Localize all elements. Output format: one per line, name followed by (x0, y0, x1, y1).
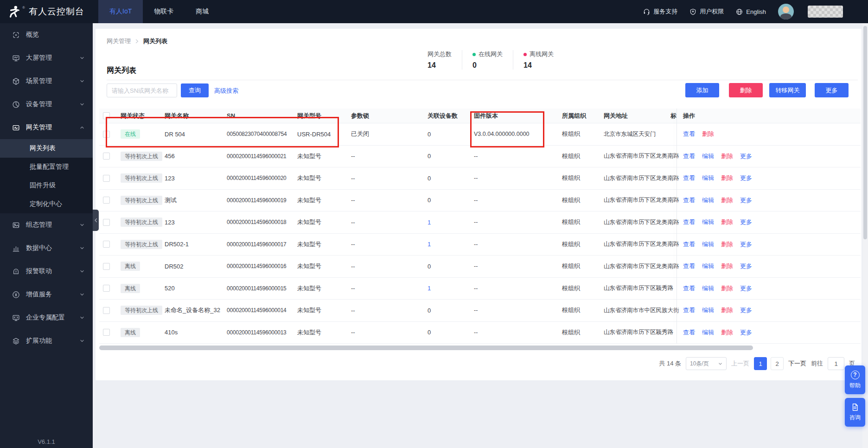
device-count-value[interactable]: 1 (424, 211, 470, 233)
select-all-checkbox[interactable] (103, 112, 110, 119)
sidebar-item-device-mgmt[interactable]: 设备管理 (0, 93, 93, 116)
row-checkbox[interactable] (103, 307, 110, 314)
device-count-value[interactable]: 1 (424, 234, 470, 256)
row-action-edit[interactable]: 编辑 (702, 328, 714, 337)
row-action-delete[interactable]: 删除 (721, 240, 733, 249)
sidebar-item-screen-mgmt[interactable]: 大屏管理 (0, 46, 93, 70)
tab-mall[interactable]: 商城 (185, 0, 220, 23)
row-action-delete[interactable]: 删除 (721, 284, 733, 293)
sidebar-item-data-center[interactable]: 数据中心 (0, 237, 93, 260)
transfer-gateway-button[interactable]: 转移网关 (769, 83, 806, 97)
tab-usr-iot[interactable]: 有人IoT (98, 0, 143, 23)
row-action-delete[interactable]: 删除 (721, 174, 733, 182)
row-action-view[interactable]: 查看 (683, 152, 695, 160)
row-action-more[interactable]: 更多 (740, 284, 752, 293)
row-checkbox[interactable] (103, 219, 110, 226)
table-horizontal-scrollbar[interactable] (99, 346, 753, 350)
user-permissions-link[interactable]: 用户权限 (689, 7, 724, 16)
sidebar-collapse-handle[interactable] (93, 210, 99, 231)
row-action-delete[interactable]: 删除 (721, 306, 733, 314)
sidebar-item-gateway-list[interactable]: 网关列表 (0, 139, 93, 158)
row-action-more[interactable]: 更多 (740, 218, 752, 226)
help-float-button[interactable]: ? 帮助 (845, 365, 865, 394)
row-checkbox[interactable] (103, 131, 110, 138)
header-gateway-status: 网关状态 (117, 109, 161, 123)
row-action-delete[interactable]: 删除 (721, 152, 733, 160)
goto-page-input[interactable] (828, 357, 844, 370)
add-button[interactable]: 添加 (685, 83, 719, 97)
row-action-edit[interactable]: 编辑 (702, 306, 714, 314)
sidebar-item-extensions[interactable]: 扩展功能 (0, 329, 93, 352)
advanced-search-link[interactable]: 高级搜索 (214, 87, 238, 95)
page-number-1[interactable]: 1 (754, 357, 767, 370)
row-action-view[interactable]: 查看 (683, 262, 695, 270)
row-action-edit[interactable]: 编辑 (702, 262, 714, 270)
page-scrollbar-thumb[interactable] (863, 26, 867, 239)
user-avatar[interactable] (778, 4, 794, 19)
breadcrumb-gateway-mgmt[interactable]: 网关管理 (107, 37, 131, 45)
row-action-delete[interactable]: 删除 (721, 196, 733, 205)
row-checkbox[interactable] (103, 329, 110, 336)
delete-button[interactable]: 删除 (729, 83, 763, 97)
row-checkbox[interactable] (103, 263, 110, 270)
chevron-down-icon (80, 102, 84, 107)
sidebar-item-alarm-linkage[interactable]: 报警联动 (0, 260, 93, 283)
search-input[interactable] (107, 83, 177, 97)
row-action-edit[interactable]: 编辑 (702, 284, 714, 293)
row-action-more[interactable]: 更多 (740, 328, 752, 337)
row-action-more[interactable]: 更多 (740, 262, 752, 270)
row-action-edit[interactable]: 编辑 (702, 152, 714, 160)
row-action-view[interactable]: 查看 (683, 174, 695, 182)
topbar: ® 有人云控制台 有人IoT 物联卡 商城 服务支持 (0, 0, 868, 23)
param-lock-value: -- (347, 146, 424, 167)
row-action-edit[interactable]: 编辑 (702, 174, 714, 182)
row-action-edit[interactable]: 编辑 (702, 218, 714, 226)
consult-float-button[interactable]: 咨询 (845, 398, 865, 427)
gateway-model: 未知型号 (294, 278, 347, 300)
row-checkbox[interactable] (103, 175, 110, 182)
language-switch[interactable]: English (736, 8, 766, 15)
page-size-select[interactable]: 10条/页 (686, 357, 727, 370)
sidebar-item-enterprise-config[interactable]: 企业专属配置 (0, 306, 93, 329)
row-checkbox[interactable] (103, 197, 110, 204)
sidebar-item-gateway-mgmt[interactable]: 网关管理 (0, 116, 93, 139)
row-action-more[interactable]: 更多 (740, 240, 752, 249)
sidebar-item-scene-mgmt[interactable]: 场景管理 (0, 70, 93, 93)
sidebar-item-firmware-upgrade[interactable]: 固件升级 (0, 176, 93, 195)
row-checkbox[interactable] (103, 241, 110, 248)
sidebar-item-configuration-mgmt[interactable]: 组态管理 (0, 213, 93, 237)
row-action-view[interactable]: 查看 (683, 240, 695, 249)
row-action-edit[interactable]: 编辑 (702, 196, 714, 205)
row-action-view[interactable]: 查看 (683, 284, 695, 293)
sidebar-item-overview[interactable]: 概览 (0, 23, 93, 46)
row-action-more[interactable]: 更多 (740, 306, 752, 314)
next-page-button[interactable]: 下一页 (788, 359, 806, 368)
row-action-view[interactable]: 查看 (683, 218, 695, 226)
row-action-delete[interactable]: 删除 (702, 130, 714, 138)
row-action-view[interactable]: 查看 (683, 328, 695, 337)
page-number-2[interactable]: 2 (771, 357, 784, 370)
tag-cell (670, 278, 677, 300)
sidebar-item-customization-center[interactable]: 定制化中心 (0, 195, 93, 213)
row-checkbox[interactable] (103, 285, 110, 292)
row-action-delete[interactable]: 删除 (721, 328, 733, 337)
sidebar-item-value-added-services[interactable]: 增值服务 (0, 283, 93, 306)
row-action-more[interactable]: 更多 (740, 152, 752, 160)
row-action-more[interactable]: 更多 (740, 196, 752, 205)
sidebar-item-batch-config[interactable]: 批量配置管理 (0, 158, 93, 176)
prev-page-button[interactable]: 上一页 (731, 359, 749, 368)
row-action-delete[interactable]: 删除 (721, 218, 733, 226)
row-action-delete[interactable]: 删除 (721, 262, 733, 270)
row-action-view[interactable]: 查看 (683, 196, 695, 205)
row-action-edit[interactable]: 编辑 (702, 240, 714, 249)
row-checkbox[interactable] (103, 153, 110, 160)
search-button[interactable]: 查询 (181, 83, 209, 97)
row-action-view[interactable]: 查看 (683, 130, 695, 138)
row-action-more[interactable]: 更多 (740, 174, 752, 182)
device-count-value[interactable]: 1 (424, 278, 470, 300)
row-action-view[interactable]: 查看 (683, 306, 695, 314)
tab-iot-card[interactable]: 物联卡 (143, 0, 185, 23)
username-redacted (808, 6, 843, 18)
more-button[interactable]: 更多 (815, 83, 849, 97)
service-support-link[interactable]: 服务支持 (643, 7, 677, 16)
